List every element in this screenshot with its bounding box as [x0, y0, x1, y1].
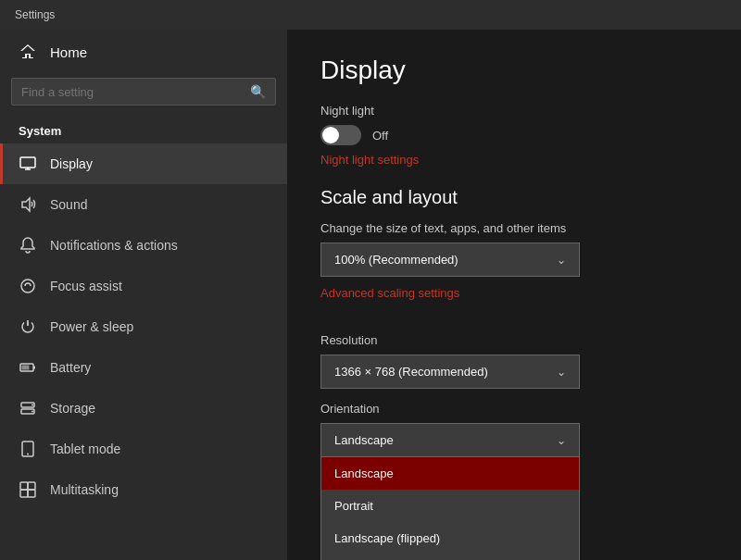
svg-rect-17 — [28, 490, 35, 497]
home-icon — [19, 43, 37, 61]
orientation-options: Landscape Portrait Landscape (flipped) P… — [320, 457, 580, 560]
resolution-value: 1366 × 768 (Recommended) — [334, 365, 488, 379]
night-light-label: Night light — [320, 104, 708, 118]
svg-marker-3 — [22, 198, 30, 211]
night-light-state: Off — [372, 129, 388, 143]
orientation-option-portrait-flipped[interactable]: Portrait (flipped) — [321, 554, 579, 560]
orientation-option-landscape[interactable]: Landscape — [321, 457, 579, 490]
resolution-chevron: ⌄ — [557, 366, 566, 379]
sidebar-item-multitasking-label: Multitasking — [50, 482, 119, 497]
sidebar-item-multitasking[interactable]: Multitasking — [0, 469, 287, 510]
svg-point-10 — [31, 404, 33, 406]
svg-point-11 — [31, 411, 33, 413]
orientation-option-portrait[interactable]: Portrait — [321, 490, 579, 522]
orientation-option-portrait-label: Portrait — [334, 499, 373, 513]
orientation-option-landscape-label: Landscape — [334, 467, 394, 480]
sidebar-section-label: System — [0, 117, 287, 143]
sidebar-item-power[interactable]: Power & sleep — [0, 306, 287, 347]
sidebar-item-display[interactable]: Display — [0, 143, 287, 184]
scale-dropdown-value: 100% (Recommended) — [334, 253, 458, 267]
home-label: Home — [50, 44, 87, 60]
svg-rect-6 — [33, 367, 35, 369]
sidebar-item-display-label: Display — [50, 156, 93, 171]
sidebar-item-focus[interactable]: Focus assist — [0, 266, 287, 306]
page-title: Display — [320, 56, 708, 85]
storage-icon — [19, 399, 37, 417]
scale-dropdown-chevron: ⌄ — [557, 254, 566, 267]
night-light-row: Off — [320, 125, 708, 145]
night-light-settings-link[interactable]: Night light settings — [320, 153, 419, 167]
search-icon: 🔍 — [250, 84, 266, 99]
sidebar-item-notifications[interactable]: Notifications & actions — [0, 225, 287, 266]
sidebar-item-storage[interactable]: Storage — [0, 388, 287, 429]
focus-icon — [19, 277, 37, 295]
search-input[interactable] — [21, 85, 243, 99]
tablet-icon — [19, 440, 37, 458]
search-box[interactable]: 🔍 — [11, 78, 276, 106]
resolution-row: Resolution 1366 × 768 (Recommended) ⌄ — [320, 333, 708, 389]
orientation-selected-value: Landscape — [334, 433, 394, 447]
sidebar-item-storage-label: Storage — [50, 401, 95, 416]
multitasking-icon — [19, 480, 37, 499]
content-area: Display Night light Off Night light sett… — [287, 30, 741, 560]
advanced-scaling-link[interactable]: Advanced scaling settings — [320, 286, 459, 300]
sidebar-item-battery-label: Battery — [50, 360, 91, 375]
sidebar-home[interactable]: Home — [0, 30, 287, 74]
main-layout: Home 🔍 System Display — [0, 30, 741, 560]
svg-rect-16 — [20, 490, 28, 497]
sidebar-item-sound-label: Sound — [50, 197, 87, 212]
orientation-trigger[interactable]: Landscape ⌄ — [320, 423, 580, 457]
display-icon — [19, 155, 37, 173]
sidebar-item-sound[interactable]: Sound — [0, 184, 287, 225]
battery-icon — [19, 358, 37, 377]
sidebar-item-tablet[interactable]: Tablet mode — [0, 429, 287, 469]
title-bar: Settings — [0, 0, 741, 30]
orientation-option-landscape-flipped-label: Landscape (flipped) — [334, 531, 440, 545]
sidebar: Home 🔍 System Display — [0, 30, 287, 560]
svg-rect-7 — [22, 366, 30, 370]
scale-section-heading: Scale and layout — [320, 187, 708, 208]
orientation-label: Orientation — [320, 402, 708, 416]
notifications-icon — [19, 236, 37, 255]
sound-icon — [19, 195, 37, 214]
svg-point-13 — [27, 454, 29, 455]
sidebar-item-battery[interactable]: Battery — [0, 347, 287, 388]
sidebar-item-power-label: Power & sleep — [50, 319, 133, 334]
title-bar-label: Settings — [15, 8, 55, 21]
resolution-label: Resolution — [320, 333, 708, 347]
orientation-chevron: ⌄ — [557, 434, 566, 447]
scale-dropdown-label: Change the size of text, apps, and other… — [320, 221, 708, 235]
sidebar-item-tablet-label: Tablet mode — [50, 442, 120, 456]
svg-rect-15 — [28, 482, 35, 490]
orientation-row: Orientation Landscape ⌄ Landscape Portra… — [320, 402, 708, 457]
orientation-option-landscape-flipped[interactable]: Landscape (flipped) — [321, 522, 579, 554]
svg-point-4 — [21, 280, 34, 292]
orientation-dropdown-container: Landscape ⌄ Landscape Portrait Landscape… — [320, 423, 580, 457]
sidebar-item-focus-label: Focus assist — [50, 279, 122, 293]
sidebar-item-notifications-label: Notifications & actions — [50, 238, 178, 253]
resolution-dropdown[interactable]: 1366 × 768 (Recommended) ⌄ — [320, 355, 580, 389]
scale-dropdown[interactable]: 100% (Recommended) ⌄ — [320, 243, 580, 277]
svg-rect-14 — [20, 482, 28, 490]
power-icon — [19, 317, 37, 336]
toggle-knob — [322, 127, 339, 143]
night-light-toggle[interactable] — [320, 125, 361, 145]
svg-rect-0 — [20, 157, 35, 168]
